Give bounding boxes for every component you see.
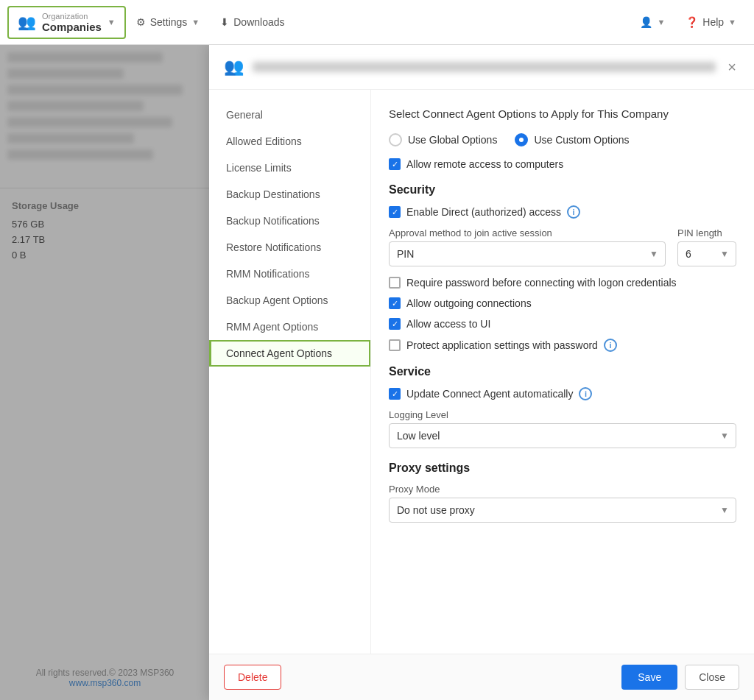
nav-item-license-limits[interactable]: License Limits <box>209 155 370 181</box>
main-area: Storage Usage 576 GB 2.17 TB 0 B All rig… <box>0 45 754 700</box>
modal-footer: Delete Save Close <box>209 654 754 700</box>
pin-length-select-wrapper: 4 6 8 ▼ <box>677 241 736 266</box>
protect-settings-info-icon[interactable]: i <box>604 339 617 352</box>
user-chevron-icon: ▼ <box>657 18 665 26</box>
approval-method-row: Approval method to join active session P… <box>389 227 736 266</box>
navbar: 👥 Organization Companies ▼ ⚙ Settings ▼ … <box>0 0 754 45</box>
modal-header-icon: 👥 <box>224 57 244 77</box>
nav-item-allowed-editions[interactable]: Allowed Editions <box>209 128 370 155</box>
radio-global-label: Use Global Options <box>408 134 497 146</box>
org-icon: 👥 <box>18 13 36 31</box>
proxy-mode-label: Proxy Mode <box>389 484 736 495</box>
help-icon: ❓ <box>686 16 698 28</box>
radio-global-option[interactable]: Use Global Options <box>389 133 497 146</box>
nav-item-rmm-agent-options[interactable]: RMM Agent Options <box>209 314 370 340</box>
service-heading: Service <box>389 365 736 378</box>
delete-button[interactable]: Delete <box>224 665 281 690</box>
enable-direct-info-icon[interactable]: i <box>567 205 580 219</box>
pin-length-group: PIN length 4 6 8 ▼ <box>677 227 736 266</box>
approval-method-label: Approval method to join active session <box>389 227 666 238</box>
protect-settings-checkbox[interactable] <box>389 339 401 351</box>
radio-custom-circle <box>515 133 528 146</box>
nav-item-restore-notifications[interactable]: Restore Notifications <box>209 234 370 261</box>
allow-ui-checkbox[interactable] <box>389 318 401 330</box>
nav-item-backup-notifications[interactable]: Backup Notifications <box>209 208 370 234</box>
security-heading: Security <box>389 183 736 197</box>
org-companies-button[interactable]: 👥 Organization Companies ▼ <box>7 6 126 39</box>
proxy-heading: Proxy settings <box>389 462 736 475</box>
close-button[interactable]: Close <box>685 665 739 690</box>
nav-item-backup-agent-options[interactable]: Backup Agent Options <box>209 287 370 314</box>
allow-outgoing-label: Allow outgoing connections <box>406 297 532 309</box>
allow-remote-label: Allow remote access to computers <box>406 158 563 170</box>
require-password-checkbox[interactable] <box>389 277 401 289</box>
allow-outgoing-checkbox[interactable] <box>389 297 401 309</box>
logging-level-label: Logging Level <box>389 409 736 420</box>
enable-direct-checkbox[interactable] <box>389 206 401 218</box>
protect-settings-label: Protect application settings with passwo… <box>406 339 598 351</box>
settings-label: Settings <box>150 16 188 28</box>
enable-direct-row: Enable Direct (authorized) access i <box>389 205 736 219</box>
settings-menu[interactable]: ⚙ Settings ▼ <box>126 12 210 32</box>
approval-method-group: Approval method to join active session P… <box>389 227 666 266</box>
protect-settings-row: Protect application settings with passwo… <box>389 339 736 352</box>
help-label: Help <box>702 16 724 28</box>
update-agent-row: Update Connect Agent automatically i <box>389 387 736 400</box>
modal-content-panel: Select Connect Agent Options to Apply fo… <box>371 90 754 654</box>
enable-direct-label: Enable Direct (authorized) access <box>406 206 561 218</box>
gear-icon: ⚙ <box>136 16 146 28</box>
allow-ui-label: Allow access to UI <box>406 318 490 330</box>
allow-remote-checkbox[interactable] <box>389 158 401 170</box>
logging-level-select-wrapper: Low level Medium level High level ▼ <box>389 423 736 448</box>
org-chevron-icon: ▼ <box>108 18 116 26</box>
radio-custom-option[interactable]: Use Custom Options <box>515 133 629 146</box>
nav-item-connect-agent-options[interactable]: Connect Agent Options <box>209 340 370 367</box>
approval-method-select[interactable]: PIN Password Auto-approve <box>389 241 666 266</box>
proxy-mode-select[interactable]: Do not use proxy Use system proxy Manual… <box>389 498 736 523</box>
modal-overlay: 👥 × General Allowed Editions License Lim… <box>0 45 754 700</box>
radio-global-circle <box>389 133 402 146</box>
nav-item-backup-destinations[interactable]: Backup Destinations <box>209 181 370 208</box>
allow-remote-row: Allow remote access to computers <box>389 158 736 170</box>
nav-item-rmm-notifications[interactable]: RMM Notifications <box>209 261 370 287</box>
modal: 👥 × General Allowed Editions License Lim… <box>209 45 754 700</box>
downloads-menu[interactable]: ⬇ Downloads <box>210 12 295 32</box>
modal-body: General Allowed Editions License Limits … <box>209 90 754 654</box>
footer-actions: Save Close <box>621 665 739 690</box>
logging-level-group: Logging Level Low level Medium level Hig… <box>389 409 736 448</box>
allow-ui-row: Allow access to UI <box>389 318 736 330</box>
downloads-label: Downloads <box>233 16 284 28</box>
radio-custom-label: Use Custom Options <box>534 134 629 146</box>
org-label: Organization <box>42 12 102 21</box>
require-password-row: Require password before connecting with … <box>389 277 736 289</box>
proxy-mode-group: Proxy Mode Do not use proxy Use system p… <box>389 484 736 523</box>
update-agent-info-icon[interactable]: i <box>579 387 592 400</box>
allow-outgoing-row: Allow outgoing connections <box>389 297 736 309</box>
update-agent-label: Update Connect Agent automatically <box>406 388 573 400</box>
pin-length-label: PIN length <box>677 227 736 238</box>
nav-item-general[interactable]: General <box>209 102 370 128</box>
modal-header: 👥 × <box>209 45 754 90</box>
update-agent-checkbox[interactable] <box>389 388 401 400</box>
modal-header-title <box>253 62 716 72</box>
help-chevron-icon: ▼ <box>728 18 736 26</box>
content-title: Select Connect Agent Options to Apply fo… <box>389 107 736 120</box>
modal-nav: General Allowed Editions License Limits … <box>209 90 371 654</box>
logging-level-select[interactable]: Low level Medium level High level <box>389 423 736 448</box>
user-menu[interactable]: 👤 ▼ <box>630 12 675 32</box>
approval-method-select-wrapper: PIN Password Auto-approve ▼ <box>389 241 666 266</box>
save-button[interactable]: Save <box>621 665 677 690</box>
help-menu[interactable]: ❓ Help ▼ <box>675 12 747 32</box>
settings-chevron-icon: ▼ <box>191 18 200 26</box>
radio-group: Use Global Options Use Custom Options <box>389 133 736 146</box>
user-icon: 👤 <box>640 16 652 28</box>
proxy-mode-select-wrapper: Do not use proxy Use system proxy Manual… <box>389 498 736 523</box>
require-password-label: Require password before connecting with … <box>406 277 677 289</box>
download-icon: ⬇ <box>220 16 229 28</box>
org-name: Companies <box>42 21 102 33</box>
pin-length-select[interactable]: 4 6 8 <box>677 241 736 266</box>
modal-close-button[interactable]: × <box>725 57 739 77</box>
